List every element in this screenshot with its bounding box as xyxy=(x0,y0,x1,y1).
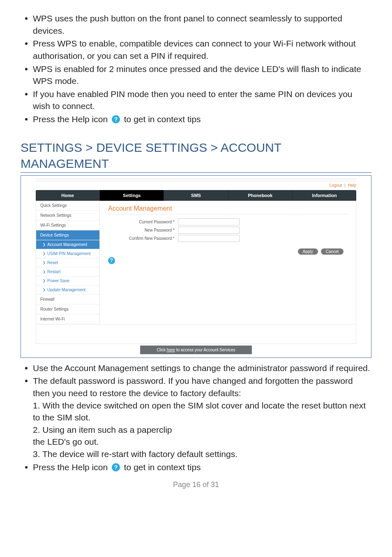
settings-sidebar: Quick Settings Network Settings Wi-Fi Se… xyxy=(36,201,100,324)
router-ui-screenshot: Logout | Help Home Settings SMS Phoneboo… xyxy=(21,175,371,358)
sidebar-sub-account-management[interactable]: ❯ Account Management xyxy=(36,240,99,249)
chevron-right-icon: ❯ xyxy=(43,288,46,292)
wps-bullet-1: WPS uses the push button on the front pa… xyxy=(33,12,371,37)
panel-title: Account Management xyxy=(108,205,348,214)
new-password-label: New Password * xyxy=(108,228,178,232)
account-bullet-2: The default password is password. If you… xyxy=(33,375,371,460)
cancel-button[interactable]: Cancel xyxy=(321,248,344,255)
main-panel: Account Management Current Password * Ne… xyxy=(100,201,356,324)
current-password-label: Current Password * xyxy=(108,220,178,224)
new-password-input[interactable] xyxy=(178,227,240,234)
wps-bullet-3: WPS is enabled for 2 minutes once presse… xyxy=(33,63,371,87)
section-heading: SETTINGS > DEVICE SETTINGS > ACCOUNT MAN… xyxy=(21,139,371,173)
sidebar-item-wifi-settings[interactable]: Wi-Fi Settings xyxy=(36,220,99,230)
sidebar-sub-usim-pin[interactable]: ❯ USIM PIN Management xyxy=(36,249,99,258)
account-services-link[interactable]: here xyxy=(167,348,175,352)
confirm-password-input[interactable] xyxy=(178,235,240,242)
page-number: Page 16 of 31 xyxy=(21,480,371,489)
footer-bar: Click here to access your Account Servic… xyxy=(36,346,356,354)
chevron-right-icon: ❯ xyxy=(43,279,46,283)
logout-link[interactable]: Logout xyxy=(330,183,342,188)
apply-button[interactable]: Apply xyxy=(298,248,318,255)
confirm-password-label: Confirm New Password * xyxy=(108,236,178,241)
wps-bullet-2: Press WPS to enable, compatible devices … xyxy=(33,37,371,62)
sidebar-item-firewall[interactable]: Firewall xyxy=(36,295,99,304)
sidebar-sub-update-management[interactable]: ❯ Update Management xyxy=(36,285,99,295)
wps-bullet-list: WPS uses the push button on the front pa… xyxy=(21,12,371,125)
tab-settings[interactable]: Settings xyxy=(100,190,164,201)
help-icon: ? xyxy=(112,463,120,471)
help-icon: ? xyxy=(112,115,120,123)
help-icon[interactable]: ? xyxy=(108,257,115,264)
tab-home[interactable]: Home xyxy=(36,190,100,201)
account-bullet-list: Use the Account Management settings to c… xyxy=(21,362,371,473)
chevron-right-icon: ❯ xyxy=(43,270,46,274)
account-help-bullet: Press the Help icon ? to get in context … xyxy=(33,461,371,473)
current-password-input[interactable] xyxy=(178,218,240,225)
wps-help-bullet: Press the Help icon ? to get in context … xyxy=(33,113,371,125)
util-links: Logout | Help xyxy=(36,181,356,190)
sidebar-item-quick-settings[interactable]: Quick Settings xyxy=(36,201,99,211)
chevron-right-icon: ❯ xyxy=(43,243,46,246)
sidebar-item-internet-wifi[interactable]: Internet Wi-Fi xyxy=(36,314,99,324)
chevron-right-icon: ❯ xyxy=(43,261,46,265)
sidebar-item-network-settings[interactable]: Network Settings xyxy=(36,211,99,220)
sidebar-sub-power-save[interactable]: ❯ Power Save xyxy=(36,276,99,285)
account-bullet-1: Use the Account Management settings to c… xyxy=(33,362,371,374)
sidebar-item-device-settings[interactable]: Device Settings xyxy=(36,230,99,240)
main-tabs: Home Settings SMS Phonebook Information xyxy=(36,190,356,201)
help-link[interactable]: Help xyxy=(348,183,356,188)
sidebar-sub-reset[interactable]: ❯ Reset xyxy=(36,258,99,267)
tab-sms[interactable]: SMS xyxy=(164,190,228,201)
chevron-right-icon: ❯ xyxy=(43,252,46,255)
tab-information[interactable]: Information xyxy=(293,190,356,201)
tab-phonebook[interactable]: Phonebook xyxy=(228,190,293,201)
wps-bullet-4: If you have enabled PIN mode then you ne… xyxy=(33,88,371,112)
sidebar-item-router-settings[interactable]: Router Settings xyxy=(36,304,99,314)
sidebar-sub-restart[interactable]: ❯ Restart xyxy=(36,267,99,276)
